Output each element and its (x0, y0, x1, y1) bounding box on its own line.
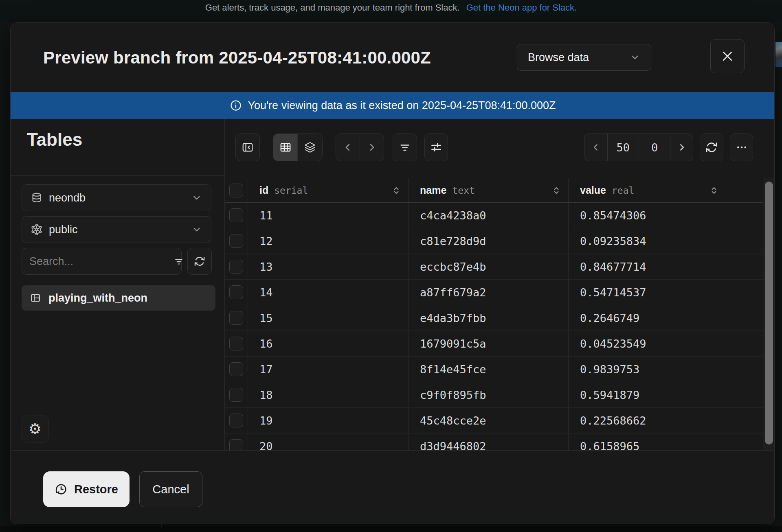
table-row: 18c9f0f895fb0.5941879 (225, 382, 763, 408)
cell-id[interactable]: 11 (248, 203, 409, 228)
sort-icon[interactable] (391, 185, 402, 196)
table-list-item[interactable]: playing_with_neon (22, 285, 215, 311)
cell-name[interactable]: c81e728d9d (409, 228, 569, 254)
table-view-button[interactable] (273, 134, 297, 161)
column-header-value[interactable]: valuereal (569, 178, 726, 203)
page-next-button[interactable] (670, 134, 693, 161)
cell-id[interactable]: 18 (248, 382, 409, 408)
cell-name[interactable]: e4da3b7fbb (409, 305, 569, 331)
panel-collapse-icon (242, 141, 254, 153)
row-filler (726, 280, 763, 305)
row-checkbox[interactable] (229, 208, 243, 222)
scrollbar-thumb[interactable] (765, 182, 773, 444)
cell-id[interactable]: 13 (248, 254, 409, 280)
row-checkbox[interactable] (229, 439, 243, 450)
refresh-data-button[interactable] (700, 134, 723, 161)
schema-icon (31, 224, 42, 235)
row-select-cell (225, 280, 248, 305)
cell-value[interactable]: 0.2646749 (569, 305, 726, 331)
browse-data-dropdown[interactable]: Browse data (517, 44, 651, 71)
row-filler (726, 357, 763, 382)
layers-view-button[interactable] (298, 134, 322, 161)
slack-promo-link[interactable]: Get the Neon app for Slack. (466, 2, 577, 13)
filter-icon[interactable] (174, 256, 184, 267)
vertical-scrollbar[interactable] (763, 178, 775, 450)
background-thumbnail (775, 42, 782, 67)
column-header-id[interactable]: idserial (248, 178, 409, 203)
row-checkbox[interactable] (229, 414, 243, 427)
close-button[interactable] (710, 39, 745, 73)
row-select-cell (225, 203, 248, 228)
cancel-button[interactable]: Cancel (139, 471, 202, 507)
schema-select[interactable]: public (22, 216, 211, 243)
row-select-cell (225, 382, 248, 408)
cell-id[interactable]: 12 (248, 228, 409, 254)
row-filler (726, 228, 763, 254)
cell-name[interactable]: 1679091c5a (409, 331, 569, 357)
cell-value[interactable]: 0.84677714 (569, 254, 726, 280)
column-settings-button[interactable] (424, 134, 448, 161)
pagination-control: 50 0 (584, 134, 693, 161)
cell-value[interactable]: 0.22568662 (569, 408, 726, 433)
cell-id[interactable]: 15 (248, 305, 409, 331)
cell-id[interactable]: 20 (248, 433, 409, 450)
cell-name[interactable]: a87ff679a2 (409, 280, 569, 305)
info-icon (230, 99, 242, 112)
tables-heading: Tables (27, 129, 82, 150)
page-prev-button[interactable] (584, 134, 607, 161)
row-checkbox[interactable] (229, 260, 243, 274)
collapse-sidebar-button[interactable] (235, 134, 260, 161)
filter-rows-button[interactable] (393, 134, 417, 161)
view-mode-toggle (273, 134, 323, 161)
sort-icon[interactable] (551, 185, 562, 196)
row-checkbox[interactable] (229, 234, 243, 248)
grid-body: 11c4ca4238a00.8547430612c81e728d9d0.0923… (225, 203, 763, 450)
row-filler (726, 408, 763, 433)
cell-id[interactable]: 16 (248, 331, 409, 357)
row-filler (726, 305, 763, 331)
footer-divider (11, 450, 775, 451)
settings-button[interactable]: ⚙ (22, 416, 48, 442)
row-checkbox[interactable] (229, 362, 243, 376)
layers-icon (304, 141, 316, 153)
table-row: 12c81e728d9d0.09235834 (225, 228, 763, 254)
page-size-text: 50 (617, 141, 630, 154)
refresh-tables-button[interactable] (187, 248, 212, 275)
cancel-label: Cancel (152, 483, 189, 496)
row-filler (726, 433, 763, 450)
cell-name[interactable]: c4ca4238a0 (409, 203, 569, 228)
cell-value[interactable]: 0.5941879 (569, 382, 726, 408)
cell-name[interactable]: c9f0f895fb (409, 382, 569, 408)
row-checkbox[interactable] (229, 311, 243, 325)
cell-name[interactable]: 8f14e45fce (409, 357, 569, 382)
page-size-value[interactable]: 50 (608, 134, 639, 161)
row-checkbox[interactable] (229, 285, 243, 299)
search-input[interactable] (29, 255, 174, 268)
row-checkbox[interactable] (229, 337, 243, 350)
row-checkbox[interactable] (229, 388, 243, 402)
cell-value[interactable]: 0.9839753 (569, 357, 726, 382)
cell-value[interactable]: 0.54714537 (569, 280, 726, 305)
restore-button[interactable]: Restore (43, 471, 130, 507)
cell-name[interactable]: 45c48cce2e (409, 408, 569, 433)
chevron-down-icon (630, 52, 640, 63)
cell-name[interactable]: d3d9446802 (409, 433, 569, 450)
table-row: 178f14e45fce0.9839753 (225, 357, 763, 382)
cell-id[interactable]: 17 (248, 357, 409, 382)
sort-icon[interactable] (709, 185, 719, 196)
cell-name[interactable]: eccbc87e4b (409, 254, 569, 280)
data-grid: idserialnametextvaluereal 11c4ca4238a00.… (225, 178, 763, 450)
nav-forward-button[interactable] (360, 134, 384, 161)
cell-value[interactable]: 0.85474306 (569, 203, 726, 228)
more-options-button[interactable] (730, 134, 753, 161)
column-header-name[interactable]: nametext (409, 178, 569, 203)
page-offset-value[interactable]: 0 (639, 134, 670, 161)
nav-back-button[interactable] (336, 134, 360, 161)
database-select[interactable]: neondb (22, 184, 211, 211)
cell-value[interactable]: 0.09235834 (569, 228, 726, 254)
cell-id[interactable]: 19 (248, 408, 409, 433)
select-all-checkbox[interactable] (229, 184, 243, 197)
cell-value[interactable]: 0.6158965 (569, 433, 726, 450)
cell-id[interactable]: 14 (248, 280, 409, 305)
cell-value[interactable]: 0.04523549 (569, 331, 726, 357)
